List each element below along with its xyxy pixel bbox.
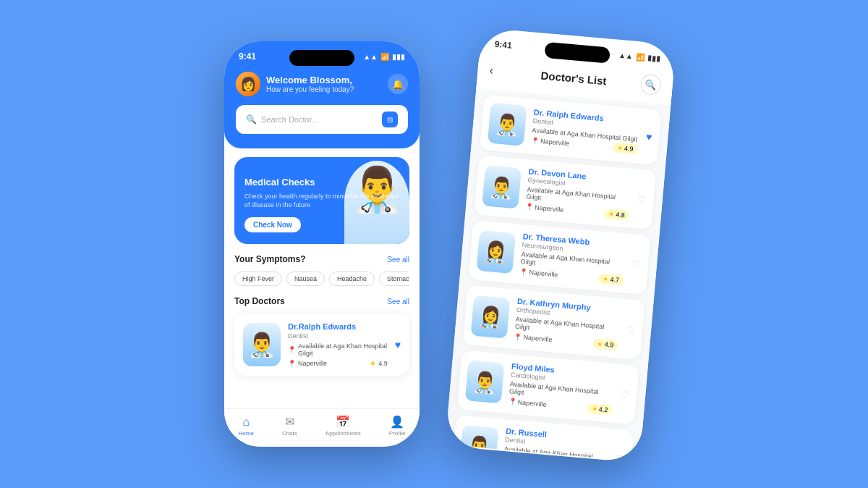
top-doctors-see-all[interactable]: See all	[387, 298, 409, 306]
list-doctor-avatar-3: 👩‍⚕️	[471, 295, 511, 339]
star-4: ★	[591, 405, 597, 413]
nav-appointments-label: Appointments	[326, 430, 361, 437]
symptom-chip-3[interactable]: Stomach	[379, 272, 409, 286]
welcome-row: 👩 Welcome Blossom, How are you feeling t…	[236, 72, 408, 96]
signal-icon: ▲▲	[363, 53, 378, 61]
heart-icon-1[interactable]: ♡	[637, 193, 647, 205]
filter-icon[interactable]: ⊟	[382, 112, 398, 127]
welcome-text: Welcome Blossom, How are you feeling tod…	[266, 75, 354, 93]
rating-badge-0: ★ 4.9	[613, 143, 639, 155]
heart-icon-0[interactable]: ♥	[645, 131, 652, 143]
bottom-nav: ⌂ Home ✉ Chats 📅 Appointments 👤 Profile	[224, 408, 420, 445]
wifi-icon-r: 📶	[636, 52, 645, 61]
wifi-icon: 📶	[380, 53, 389, 61]
nav-item-home[interactable]: ⌂ Home	[239, 416, 254, 437]
list-doctor-avatar-5: 👨‍⚕️	[459, 425, 499, 462]
check-now-button[interactable]: Check Now	[244, 217, 301, 232]
heart-icon-3[interactable]: ♡	[626, 324, 636, 335]
welcome-title: Welcome Blossom,	[266, 75, 354, 85]
hospital-pin: 📍	[288, 346, 296, 353]
nav-item-appointments[interactable]: 📅 Appointments	[326, 415, 361, 437]
avatar-image: 👩	[236, 72, 260, 96]
star-3: ★	[597, 340, 603, 348]
list-doctor-info-0: Dr. Ralph Edwards Dentist Available at A…	[531, 108, 641, 155]
star-1: ★	[608, 210, 615, 218]
welcome-subtitle: How are you feeling today?	[266, 85, 354, 93]
status-icons-left: ▲▲ 📶 ▮▮▮	[363, 53, 405, 61]
signal-icon-r: ▲▲	[618, 51, 634, 60]
heart-icon-5[interactable]: ♡	[615, 453, 624, 461]
home-icon: ⌂	[242, 416, 250, 429]
back-button[interactable]: ‹	[489, 64, 507, 78]
battery-icon-r: ▮▮▮	[647, 54, 661, 63]
doctor-card[interactable]: 👨‍⚕️ Dr.Ralph Edwards Dentist 📍 Availabl…	[234, 314, 409, 376]
list-doctor-info-1: Dr. Devon Lane Gynecologist Available at…	[525, 167, 633, 221]
rating-badge-2: ★ 4.7	[598, 274, 624, 286]
doctor-list-item-2[interactable]: 👩‍⚕️ Dr. Theresa Webb Neurosurgeon Avail…	[468, 220, 650, 295]
doctors-list-scroll: 👨‍⚕️ Dr. Ralph Edwards Dentist Available…	[445, 88, 671, 462]
doctor-name: Dr.Ralph Edwards	[288, 322, 388, 331]
banner-text: Medical Checks Check your health regular…	[244, 177, 399, 232]
list-doctor-info-4: Floyd Miles Cardiologist Available at Ag…	[508, 361, 616, 415]
star-0: ★	[617, 144, 624, 152]
doctor-list-item-4[interactable]: 👨‍⚕️ Floyd Miles Cardiologist Available …	[457, 350, 639, 424]
banner-title: Medical Checks	[244, 177, 399, 188]
location-text-4: 📍 Naperville	[508, 397, 547, 408]
doctor-hospital: 📍 Available at Aga Khan Hospital Gilgit	[288, 342, 388, 357]
doctor-list-item-0[interactable]: 👨‍⚕️ Dr. Ralph Edwards Dentist Available…	[480, 95, 662, 165]
symptoms-row: High Fever Nausea Headache Stomach	[234, 272, 409, 286]
nav-item-chats[interactable]: ✉ Chats	[282, 415, 297, 437]
nav-profile-label: Profile	[389, 430, 406, 437]
welcome-left: 👩 Welcome Blossom, How are you feeling t…	[236, 72, 354, 96]
list-search-button[interactable]: 🔍	[640, 74, 662, 96]
rating-badge-4: ★ 4.2	[587, 403, 613, 416]
list-doctor-avatar-1: 👨‍⚕️	[482, 165, 522, 209]
star-2: ★	[603, 275, 609, 283]
list-doctor-info-2: Dr. Theresa Webb Neurosurgeon Available …	[519, 232, 627, 285]
location-text-2: 📍 Naperville	[519, 268, 558, 279]
bell-icon[interactable]: 🔔	[388, 74, 408, 94]
search-icon: 🔍	[246, 114, 257, 125]
symptom-chip-1[interactable]: Nausea	[286, 272, 325, 286]
doctor-info: Dr.Ralph Edwards Dentist 📍 Available at …	[288, 322, 388, 367]
doctor-list-item-1[interactable]: 👨‍⚕️ Dr. Devon Lane Gynecologist Availab…	[474, 155, 656, 230]
left-phone-body: 👩 Welcome Blossom, How are you feeling t…	[224, 66, 420, 445]
status-icons-right: ▲▲ 📶 ▮▮▮	[618, 51, 661, 62]
search-placeholder: Search Doctor...	[261, 115, 318, 124]
heart-icon-2[interactable]: ♡	[631, 258, 641, 270]
search-bar[interactable]: 🔍 Search Doctor... ⊟	[236, 105, 408, 134]
phone-notch-left	[289, 50, 354, 66]
symptom-chip-0[interactable]: High Fever	[234, 272, 282, 286]
nav-item-profile[interactable]: 👤 Profile	[389, 415, 406, 437]
symptoms-title: Your Symptoms?	[234, 254, 305, 264]
phones-container: 9:41 ▲▲ 📶 ▮▮▮ 👩 Welcome Blossom, H	[224, 34, 644, 454]
symptom-chip-2[interactable]: Headache	[329, 272, 375, 286]
list-doctor-avatar-0: 👨‍⚕️	[488, 103, 527, 146]
phone-right: 9:41 ▲▲ 📶 ▮▮▮ ‹ Doctor's List 🔍 👨‍⚕️	[445, 28, 676, 463]
list-doctor-avatar-2: 👩‍⚕️	[476, 230, 516, 274]
doctor-location: 📍 Naperville ★ 4.9	[288, 359, 388, 367]
right-phone-body: ‹ Doctor's List 🔍 👨‍⚕️ Dr. Ralph Edwards…	[445, 52, 673, 461]
phone-left: 9:41 ▲▲ 📶 ▮▮▮ 👩 Welcome Blossom, H	[224, 41, 420, 447]
chats-icon: ✉	[285, 415, 294, 429]
nav-home-label: Home	[239, 430, 254, 437]
doctor-specialty: Dentist	[288, 332, 388, 340]
doctor-rating: ★ 4.9	[370, 359, 388, 367]
doctor-list-item-3[interactable]: 👩‍⚕️ Dr. Kathryn Murphy Orthopedist Avai…	[462, 285, 644, 360]
location-text-1: 📍 Naperville	[525, 203, 564, 214]
rating-badge-1: ★ 4.8	[604, 209, 630, 221]
medical-banner: Medical Checks Check your health regular…	[234, 157, 409, 244]
heart-icon-active[interactable]: ♥	[395, 339, 401, 350]
banner-description: Check your health regularly to minimize …	[244, 192, 399, 210]
list-doctor-avatar-4: 👨‍⚕️	[465, 360, 505, 403]
time-left: 9:41	[239, 51, 256, 62]
nav-chats-label: Chats	[282, 430, 297, 437]
star-icon: ★	[370, 359, 376, 367]
appointments-icon: 📅	[336, 415, 350, 429]
symptoms-see-all[interactable]: See all	[387, 256, 409, 264]
doctor-avatar: 👨‍⚕️	[243, 323, 281, 366]
location-text-3: 📍 Naperville	[514, 333, 553, 344]
battery-icon: ▮▮▮	[392, 53, 405, 61]
heart-icon-4[interactable]: ♡	[621, 388, 630, 400]
doctors-list-title: Doctor's List	[540, 69, 607, 87]
